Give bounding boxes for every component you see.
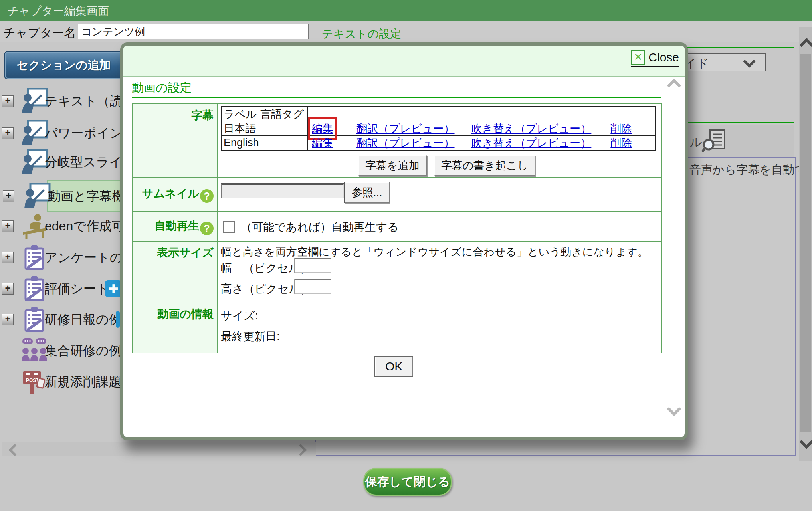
expand-plus-icon[interactable]: +: [2, 283, 14, 295]
text-settings-title: テキストの設定: [322, 26, 401, 42]
help-icon[interactable]: ?: [200, 222, 214, 235]
close-label: Close: [648, 51, 679, 64]
width-input[interactable]: [294, 258, 331, 273]
subtitle-row-english: English 編集 翻訳（プレビュー） 吹き替え（プレビュー） 削除: [222, 135, 655, 150]
expand-plus-icon[interactable]: +: [2, 314, 14, 325]
thumbnail-row-label: サムネイル?: [133, 178, 218, 211]
sidebar-horizontal-scrollbar[interactable]: [2, 442, 316, 456]
sidebar-item-label: 研修日報の例: [45, 311, 122, 329]
save-and-close-button[interactable]: 保存して閉じる: [363, 468, 452, 496]
translate-preview-link[interactable]: 翻訳（プレビュー）: [356, 121, 455, 136]
close-x-icon: ✕: [631, 50, 645, 65]
sidebar-item-label: 評価シート: [45, 280, 109, 298]
chapter-edit-screen: チャプター編集画面 チャプター名： テキストの設定 セクションの追加 イド ル …: [0, 0, 812, 511]
chapter-name-label: チャプター名：: [3, 25, 88, 41]
video-info-row-label: 動画の情報: [133, 303, 218, 353]
add-section-button[interactable]: セクションの追加: [4, 51, 123, 79]
autoplay-checkbox[interactable]: [223, 221, 235, 233]
display-size-row-label: 表示サイズ: [133, 242, 218, 303]
dialog-scroll-up-icon[interactable]: [667, 79, 681, 93]
column-header-label: ラベル: [222, 107, 258, 121]
subtitle-label: 日本語: [222, 121, 258, 135]
presenter-icon: [23, 183, 51, 209]
subtitle-header-row: ラベル 言語タグ: [222, 107, 655, 121]
scrollbar-thumb[interactable]: [800, 54, 811, 432]
close-button[interactable]: ✕ Close: [631, 50, 679, 67]
title-underline: [132, 97, 661, 98]
expand-plus-icon[interactable]: +: [3, 190, 14, 202]
add-subtitle-button[interactable]: 字幕を追加: [358, 155, 427, 176]
thumbnail-label-text: サムネイル: [142, 187, 199, 200]
transcribe-search-icon[interactable]: [701, 129, 727, 155]
dub-preview-link[interactable]: 吹き替え（プレビュー）: [471, 121, 592, 136]
auto-subtitle-text: 音声から字幕を自動で: [689, 162, 806, 178]
page-title: チャプター編集画面: [7, 4, 109, 19]
height-input[interactable]: [294, 279, 331, 294]
dialog-title: 動画の設定: [132, 80, 192, 96]
add-content-badge-icon[interactable]: ✚: [105, 280, 122, 297]
transcribe-subtitle-button[interactable]: 字幕の書き起こし: [434, 155, 536, 176]
ok-button[interactable]: OK: [375, 357, 413, 376]
delete-link[interactable]: 削除: [610, 136, 632, 150]
video-settings-form: 字幕 ラベル 言語タグ 日本語 編集 翻訳（: [132, 103, 662, 353]
video-settings-dialog: ✕ Close 動画の設定 字幕 ラベル 言語タグ: [120, 42, 688, 440]
translate-preview-link[interactable]: 翻訳（プレビュー）: [356, 136, 455, 150]
thumbnail-row: サムネイル? 参照...: [133, 177, 661, 211]
subtitle-tag: [258, 136, 308, 150]
edit-link[interactable]: 編集: [312, 121, 333, 136]
subtitles-row: 字幕 ラベル 言語タグ 日本語 編集 翻訳（: [133, 104, 661, 177]
title-bar: チャプター編集画面: [0, 0, 812, 21]
expand-plus-icon[interactable]: +: [2, 127, 14, 139]
subtitle-tag: [258, 121, 308, 135]
dub-preview-link[interactable]: 吹き替え（プレビュー）: [471, 136, 592, 150]
expand-plus-icon[interactable]: +: [2, 252, 14, 263]
column-header-tag: 言語タグ: [258, 107, 308, 121]
header-divider: [307, 21, 307, 42]
video-info-row: 動画の情報 サイズ: 最終更新日:: [133, 303, 661, 353]
dialog-header: ✕ Close: [123, 46, 685, 77]
help-icon[interactable]: ?: [200, 189, 214, 203]
save-and-close-label: 保存して閉じる: [365, 474, 450, 490]
thumbnail-file-input[interactable]: [221, 183, 344, 198]
display-size-row: 表示サイズ 幅と高さを両方空欄にすると「ウィンドウサイズに合わせる」という動きに…: [133, 241, 661, 303]
display-size-hint: 幅と高さを両方空欄にすると「ウィンドウサイズに合わせる」という動きになります。: [221, 245, 648, 259]
add-section-label: セクションの追加: [16, 57, 111, 73]
expand-plus-icon[interactable]: +: [2, 220, 14, 232]
add-content-badge-icon[interactable]: [116, 311, 120, 328]
expand-plus-icon[interactable]: +: [2, 95, 14, 107]
autoplay-row: 自動再生? （可能であれば）自動再生する: [133, 211, 661, 241]
subtitles-row-label: 字幕: [133, 104, 218, 177]
subtitle-row-japanese: 日本語 編集 翻訳（プレビュー） 吹き替え（プレビュー） 削除: [222, 121, 655, 135]
dialog-scroll-down-icon[interactable]: [667, 402, 681, 416]
autoplay-label-text: 自動再生: [154, 220, 199, 232]
edit-link[interactable]: 編集: [312, 136, 333, 150]
autoplay-checkbox-label: （可能であれば）自動再生する: [241, 220, 399, 235]
subtitle-table: ラベル 言語タグ 日本語 編集 翻訳（プレビュー） 吹き替え（プレビュー）: [221, 106, 656, 151]
delete-link[interactable]: 削除: [610, 121, 632, 136]
subtitle-label: English: [222, 136, 258, 150]
video-updated-label: 最終更新日:: [221, 329, 280, 344]
autoplay-row-label: 自動再生?: [133, 212, 218, 241]
browse-button[interactable]: 参照...: [345, 182, 390, 203]
chapter-name-input[interactable]: [78, 24, 309, 39]
video-size-label: サイズ:: [221, 308, 258, 323]
dropdown-value: イド: [684, 55, 709, 72]
